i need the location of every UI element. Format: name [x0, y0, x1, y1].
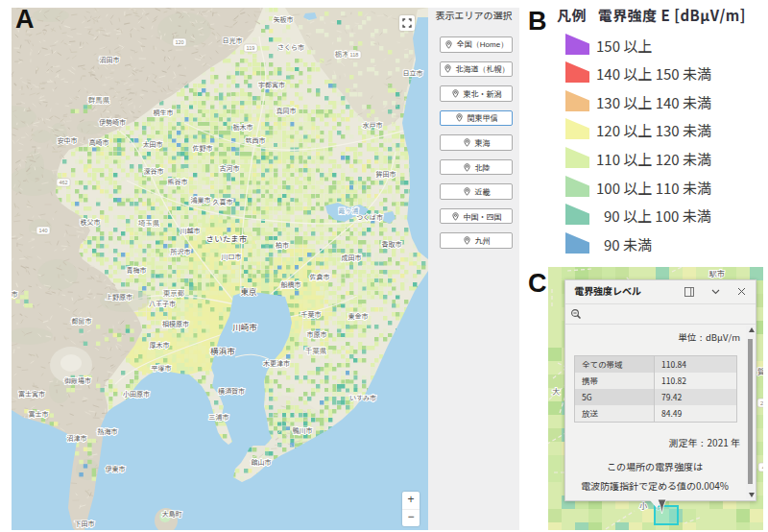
svg-text:さくら市: さくら市: [277, 44, 304, 51]
svg-text:久喜市: 久喜市: [213, 199, 233, 206]
svg-text:日光市: 日光市: [223, 37, 243, 45]
svg-text:相模原市: 相模原市: [162, 321, 189, 328]
svg-text:船橋市: 船橋市: [281, 281, 301, 289]
svg-text:大: 大: [552, 388, 560, 397]
svg-text:千葉市: 千葉市: [301, 311, 322, 318]
svg-text:古河市: 古河市: [220, 165, 240, 173]
svg-text:賀市: 賀市: [757, 368, 763, 376]
svg-text:日立市: 日立市: [403, 70, 423, 77]
svg-text:千葉県: 千葉県: [305, 347, 327, 355]
svg-text:埼玉県: 埼玉県: [138, 219, 160, 228]
svg-text:成田市: 成田市: [342, 254, 362, 262]
svg-text:高崎市: 高崎市: [89, 139, 109, 147]
svg-text:宇都宮市: 宇都宮市: [258, 82, 285, 89]
svg-text:東京: 東京: [240, 287, 257, 297]
svg-text:富士宮市: 富士宮市: [18, 391, 45, 399]
svg-text:川越市: 川越市: [180, 228, 201, 235]
svg-text:熱海市: 熱海市: [98, 428, 118, 436]
svg-text:桐生市: 桐生市: [154, 109, 174, 117]
svg-text:東金市: 東金市: [348, 313, 369, 320]
svg-text:佐倉市: 佐倉市: [310, 274, 330, 281]
svg-text:鴻巣市: 鴻巣市: [191, 196, 211, 204]
svg-text:川崎市: 川崎市: [232, 323, 257, 332]
svg-text:霞ヶ浦: 霞ヶ浦: [339, 207, 359, 215]
svg-text:462: 462: [59, 180, 67, 185]
svg-text:群馬県: 群馬県: [88, 96, 110, 105]
svg-text:柏市: 柏市: [276, 242, 289, 249]
svg-text:熊谷市: 熊谷市: [168, 178, 188, 186]
svg-text:上野原市: 上野原市: [106, 294, 132, 302]
svg-text:所沢市: 所沢市: [170, 249, 191, 255]
svg-text:駅市: 駅市: [708, 270, 725, 278]
svg-text:香取市: 香取市: [382, 240, 402, 249]
svg-text:118: 118: [350, 52, 359, 58]
svg-text:沼田市: 沼田市: [100, 57, 120, 64]
svg-text:140: 140: [38, 228, 47, 233]
svg-text:294: 294: [760, 400, 763, 406]
svg-text:厚木市: 厚木市: [150, 342, 170, 349]
svg-text:富士市: 富士市: [29, 411, 49, 419]
svg-text:都留市: 都留市: [72, 318, 92, 326]
svg-text:いすみ市: いすみ市: [349, 395, 376, 401]
svg-text:御殿場市: 御殿場市: [64, 377, 91, 385]
svg-text:甲府市: 甲府市: [12, 291, 18, 298]
svg-text:三浦市: 三浦市: [209, 414, 229, 422]
svg-text:真岡市: 真岡市: [276, 108, 297, 115]
svg-text:鉾田市: 鉾田市: [376, 170, 396, 178]
svg-text:筑西市: 筑西市: [246, 137, 266, 145]
svg-text:120: 120: [175, 39, 183, 45]
svg-text:八王子市: 八王子市: [149, 301, 176, 308]
svg-text:鴨川市: 鴨川市: [293, 427, 313, 435]
svg-text:さいたま市: さいたま市: [206, 234, 248, 244]
svg-text:川口市: 川口市: [222, 254, 242, 261]
svg-text:矢板市: 矢板市: [274, 16, 294, 24]
svg-text:伊東市: 伊東市: [106, 466, 126, 473]
svg-text:下田市: 下田市: [75, 520, 95, 527]
svg-text:119: 119: [247, 45, 255, 51]
svg-text:太田市: 太田市: [143, 141, 163, 148]
svg-text:水戸市: 水戸市: [363, 122, 383, 129]
svg-text:沼津市: 沼津市: [67, 435, 87, 443]
svg-text:佐野市: 佐野市: [193, 145, 213, 153]
svg-text:深谷市: 深谷市: [144, 168, 164, 176]
svg-text:木更津市: 木更津市: [263, 360, 290, 368]
svg-text:つくば市: つくば市: [356, 214, 383, 221]
svg-text:横浜市: 横浜市: [210, 347, 235, 356]
svg-text:平塚市: 平塚市: [152, 365, 172, 372]
svg-text:大島町: 大島町: [162, 511, 182, 519]
svg-text:横須賀市: 横須賀市: [218, 388, 245, 396]
svg-text:小田原市: 小田原市: [123, 391, 150, 399]
svg-text:青梅市: 青梅市: [127, 266, 147, 275]
svg-text:秩父市: 秩父市: [81, 219, 101, 227]
svg-text:栃木市: 栃木市: [233, 124, 253, 132]
svg-text:東京都: 東京都: [163, 289, 185, 298]
svg-text:館山市: 館山市: [252, 459, 272, 466]
svg-text:4: 4: [762, 465, 763, 471]
svg-text:伊勢崎市: 伊勢崎市: [99, 119, 126, 127]
svg-text:安中市: 安中市: [58, 137, 78, 144]
svg-text:市原市: 市原市: [307, 331, 327, 339]
